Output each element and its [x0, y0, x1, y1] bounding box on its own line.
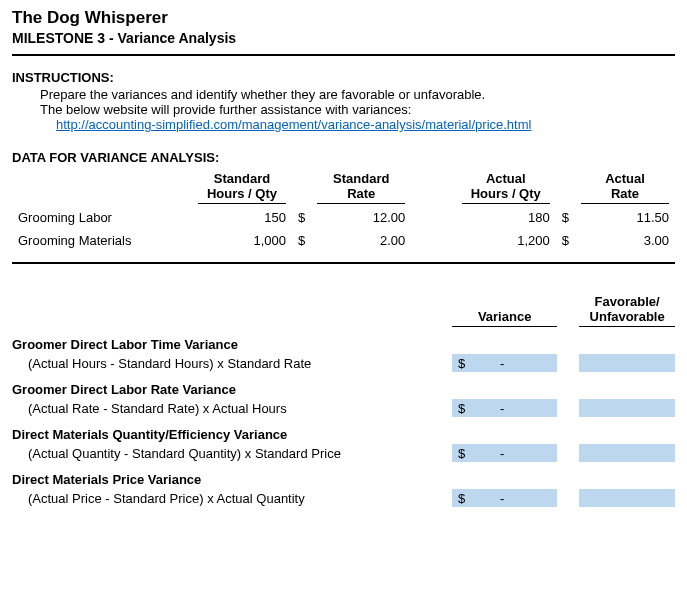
- table-row: Grooming Materials 1,000 $ 2.00 1,200 $ …: [12, 229, 675, 252]
- cell-value: 1,000: [192, 229, 292, 252]
- currency-symbol: $: [452, 401, 465, 416]
- col-header: Standard: [333, 171, 389, 186]
- row-label: Grooming Materials: [12, 229, 192, 252]
- empty-value: -: [465, 446, 557, 461]
- currency-symbol: $: [292, 229, 311, 252]
- cell-value: 12.00: [311, 206, 411, 229]
- favorable-value-cell: [579, 489, 675, 507]
- cell-value: 1,200: [456, 229, 556, 252]
- variance-formula: (Actual Quantity - Standard Quantity) x …: [12, 446, 452, 461]
- favorable-col-header: Favorable/Unfavorable: [579, 294, 675, 327]
- variance-item-title: Direct Materials Price Variance: [12, 472, 675, 487]
- company-title: The Dog Whisperer: [12, 8, 675, 28]
- variance-item-title: Groomer Direct Labor Rate Variance: [12, 382, 675, 397]
- col-header: Rate: [611, 186, 639, 201]
- col-header: Hours / Qty: [471, 186, 541, 201]
- table-row: Grooming Labor 150 $ 12.00 180 $ 11.50: [12, 206, 675, 229]
- variance-value-cell: $ -: [452, 354, 557, 372]
- empty-value: -: [465, 401, 557, 416]
- row-label: Grooming Labor: [12, 206, 192, 229]
- instructions-line: Prepare the variances and identify wheth…: [12, 87, 675, 102]
- cell-value: 3.00: [575, 229, 675, 252]
- currency-symbol: $: [452, 446, 465, 461]
- help-link[interactable]: http://accounting-simplified.com/managem…: [56, 117, 531, 132]
- variance-formula: (Actual Price - Standard Price) x Actual…: [12, 491, 452, 506]
- cell-value: 150: [192, 206, 292, 229]
- cell-value: 2.00: [311, 229, 411, 252]
- cell-value: 11.50: [575, 206, 675, 229]
- col-header: Rate: [347, 186, 375, 201]
- cell-value: 180: [456, 206, 556, 229]
- divider: [12, 262, 675, 264]
- page-subtitle: MILESTONE 3 - Variance Analysis: [12, 30, 675, 46]
- variance-formula: (Actual Hours - Standard Hours) x Standa…: [12, 356, 452, 371]
- variance-item-title: Groomer Direct Labor Time Variance: [12, 337, 675, 352]
- favorable-value-cell: [579, 354, 675, 372]
- instructions-line: The below website will provide further a…: [12, 102, 675, 117]
- variance-col-header: Variance: [452, 294, 557, 327]
- data-section-label: DATA FOR VARIANCE ANALYSIS:: [12, 150, 675, 165]
- variance-value-cell: $ -: [452, 399, 557, 417]
- currency-symbol: $: [292, 206, 311, 229]
- currency-symbol: $: [556, 206, 575, 229]
- currency-symbol: $: [452, 356, 465, 371]
- col-header: Actual: [605, 171, 645, 186]
- col-header: Standard: [214, 171, 270, 186]
- empty-value: -: [465, 356, 557, 371]
- favorable-value-cell: [579, 399, 675, 417]
- currency-symbol: $: [556, 229, 575, 252]
- favorable-value-cell: [579, 444, 675, 462]
- col-header: Actual: [486, 171, 526, 186]
- divider: [12, 54, 675, 56]
- currency-symbol: $: [452, 491, 465, 506]
- instructions-label: INSTRUCTIONS:: [12, 70, 675, 85]
- empty-value: -: [465, 491, 557, 506]
- col-header: Hours / Qty: [207, 186, 277, 201]
- variance-value-cell: $ -: [452, 489, 557, 507]
- variance-data-table: StandardHours / Qty StandardRate ActualH…: [12, 169, 675, 252]
- variance-formula: (Actual Rate - Standard Rate) x Actual H…: [12, 401, 452, 416]
- variance-value-cell: $ -: [452, 444, 557, 462]
- variance-item-title: Direct Materials Quantity/Efficiency Var…: [12, 427, 675, 442]
